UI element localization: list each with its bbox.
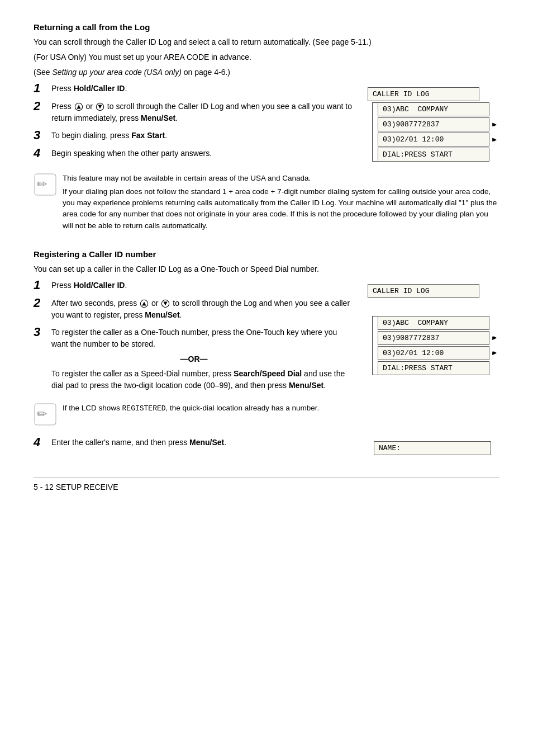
sec2-step4-number: 4 [34, 436, 49, 449]
svg-marker-3 [98, 105, 102, 109]
footer-page: 5 - 12 [34, 483, 54, 492]
sec2-step1-text: Press Hold/Caller ID. [51, 278, 127, 291]
diagram2-spacer [368, 299, 497, 316]
section2-name-diagram: NAME: [365, 436, 499, 455]
diagram2-screen1: 03)ABC COMPANY [378, 316, 489, 330]
sec2-step4-text: Enter the caller's name, and then press … [51, 436, 226, 448]
section2-title: Registering a Caller ID number [34, 249, 499, 259]
sec2-step3-or-text: To register the caller as a Speed-Dial n… [51, 368, 354, 391]
left-bracket [372, 102, 378, 162]
footer: 5 - 12 SETUP RECEIVE [34, 478, 499, 492]
diagram2-top-row: CALLER ID LOG [368, 284, 497, 298]
step2: 2 Press or to scroll through the Caller … [34, 100, 354, 124]
sec2-scroll-down-icon [161, 299, 170, 308]
scroll-up-icon [74, 102, 83, 111]
sec2-step1: 1 Press Hold/Caller ID. [34, 278, 354, 292]
diagram2-screen4: DIAL:PRESS START [378, 361, 489, 375]
section1-steps-diagram: 1 Press Hold/Caller ID. 2 Press or [34, 82, 499, 165]
section1-intro2: (For USA Only) You must set up your AREA… [34, 51, 499, 63]
name-screen-wrapper: NAME: [374, 441, 491, 455]
sec2-scroll-up-icon [140, 299, 149, 308]
step3-number: 3 [34, 129, 49, 142]
diagram1-grouped-rows: 03)ABC COMPANY 03)9087772837 ► 03)02/01 … [373, 102, 497, 162]
note2-prefix: If the LCD shows [63, 404, 122, 412]
section2-note-line: If the LCD shows REGISTERED, the quick-d… [63, 403, 319, 414]
diagram1-screen1: CALLER ID LOG [368, 87, 479, 101]
section2-steps-diagram: 1 Press Hold/Caller ID. 2 After two seco… [34, 278, 499, 395]
section1-note-text: This feature may not be available in cer… [63, 173, 499, 234]
diagram2-row1: 03)ABC COMPANY [378, 316, 497, 330]
or-divider: —OR— [34, 355, 354, 363]
sec2-step3: 3 To register the caller as a One-Touch … [34, 325, 354, 350]
section2-intro: You can set up a caller in the Caller ID… [34, 263, 499, 275]
diagram2-screen3: 03)02/01 12:00 [378, 346, 489, 360]
step3-text: To begin dialing, press Fax Start. [51, 129, 167, 141]
footer-label: SETUP RECEIVE [56, 483, 118, 492]
step2-number: 2 [34, 100, 49, 113]
left-bracket-2 [372, 316, 378, 375]
section1-intro1: You can scroll through the Caller ID Log… [34, 36, 499, 48]
sec2-step4: 4 Enter the caller's name, and then pres… [34, 436, 354, 449]
svg-marker-7 [142, 302, 146, 306]
note-line2: If your dialing plan does not follow the… [63, 186, 499, 231]
section2-note-text: If the LCD shows REGISTERED, the quick-d… [63, 403, 319, 417]
section1-diagram: CALLER ID LOG 03)ABC COMPANY 03)90877728… [365, 82, 499, 163]
diagram1-screen5: DIAL:PRESS START [378, 148, 489, 162]
diagram2-top-screen: CALLER ID LOG [368, 284, 479, 298]
name-screen: NAME: [374, 441, 491, 455]
diagram2-row3: 03)02/01 12:00 ► [378, 346, 497, 360]
note2-suffix: , the quick-dial location already has a … [166, 404, 320, 412]
diagram1-row2: 03)ABC COMPANY [378, 102, 497, 116]
section2-diagram: CALLER ID LOG 03)ABC COMPANY 03)90877728… [365, 278, 499, 376]
step1-text: Press Hold/Caller ID. [51, 82, 127, 94]
note2-pencil-icon: ✏ [34, 403, 57, 426]
diagram1-screen2: 03)ABC COMPANY [378, 102, 489, 116]
step1: 1 Press Hold/Caller ID. [34, 82, 354, 95]
note-pencil-icon: ✏ [34, 173, 57, 196]
section1-intro3: (See Setting up your area code (USA only… [34, 67, 499, 78]
svg-text:✏: ✏ [37, 407, 47, 421]
sec2-step1-number: 1 [34, 278, 49, 292]
diagram2-row2: 03)9087772837 ► [378, 331, 497, 345]
diagram1-screen4: 03)02/01 12:00 [378, 133, 489, 147]
section2-note: ✏ If the LCD shows REGISTERED, the quick… [34, 403, 499, 428]
section1-note: ✏ This feature may not be available in c… [34, 173, 499, 234]
sec2-step3-number: 3 [34, 325, 49, 339]
diagram1-row5: DIAL:PRESS START [378, 148, 497, 162]
section2-steps: 1 Press Hold/Caller ID. 2 After two seco… [34, 278, 354, 395]
step2-text: Press or to scroll through the Caller ID… [51, 100, 354, 124]
step4-number: 4 [34, 147, 49, 160]
section1-steps: 1 Press Hold/Caller ID. 2 Press or [34, 82, 354, 165]
section-returning-call: Returning a call from the Log You can sc… [34, 22, 499, 234]
sec2-step2-number: 2 [34, 296, 49, 310]
section2-step4-area: 4 Enter the caller's name, and then pres… [34, 436, 499, 455]
diagram2-grouped-rows: 03)ABC COMPANY 03)9087772837 ► 03)02/01 … [373, 316, 497, 375]
svg-marker-9 [164, 302, 168, 306]
diagram2-container: CALLER ID LOG 03)ABC COMPANY 03)90877728… [368, 284, 497, 376]
step4: 4 Begin speaking when the other party an… [34, 147, 354, 160]
step1-number: 1 [34, 82, 49, 95]
diagram1-row1: CALLER ID LOG [368, 87, 497, 101]
sec2-step3-text: To register the caller as a One-Touch nu… [51, 325, 354, 350]
note-line1: This feature may not be available in cer… [63, 173, 499, 184]
diagram2-row4: DIAL:PRESS START [378, 361, 497, 375]
note-icon-1: ✏ [34, 173, 57, 198]
step3: 3 To begin dialing, press Fax Start. [34, 129, 354, 142]
diagram1-row3: 03)9087772837 ► [378, 117, 497, 131]
section1-title: Returning a call from the Log [34, 22, 499, 32]
sec2-step2: 2 After two seconds, press or to scroll … [34, 296, 354, 321]
diagram2-screen2: 03)9087772837 [378, 331, 489, 345]
svg-marker-1 [77, 105, 80, 109]
sec2-step4-col: 4 Enter the caller's name, and then pres… [34, 436, 354, 453]
diagram1-container: CALLER ID LOG 03)ABC COMPANY 03)90877728… [368, 87, 497, 163]
sec2-step2-text: After two seconds, press or to scroll th… [51, 296, 354, 321]
scroll-down-icon [96, 102, 104, 111]
diagram1-row4: 03)02/01 12:00 ► [378, 133, 497, 147]
note-icon-2: ✏ [34, 403, 57, 428]
step4-text: Begin speaking when the other party answ… [51, 147, 212, 159]
sec2-step3-or: To register the caller as a Speed-Dial n… [51, 368, 354, 391]
registered-text: REGISTERED [122, 404, 166, 413]
svg-text:✏: ✏ [37, 177, 47, 191]
section-registering: Registering a Caller ID number You can s… [34, 249, 499, 455]
diagram1-screen3: 03)9087772837 [378, 117, 489, 131]
